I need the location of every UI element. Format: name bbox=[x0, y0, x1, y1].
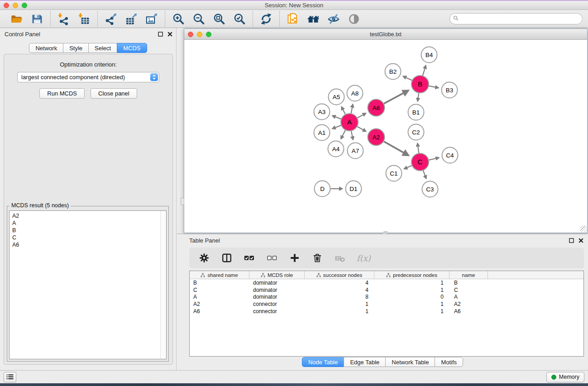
search-input[interactable] bbox=[461, 14, 582, 24]
result-item-A6[interactable]: A6 bbox=[12, 241, 166, 248]
cell-name[interactable]: A2 bbox=[449, 300, 488, 308]
tab-motifs[interactable]: Motifs bbox=[435, 357, 463, 367]
result-item-C[interactable]: C bbox=[12, 234, 166, 241]
tab-network-table[interactable]: Network Table bbox=[385, 357, 435, 367]
open-folder-icon[interactable] bbox=[10, 12, 24, 26]
cell-name[interactable]: B bbox=[449, 279, 488, 286]
column-header-name[interactable]: name bbox=[449, 271, 488, 279]
edge-B-B1[interactable] bbox=[418, 93, 419, 101]
node-C2[interactable]: C2 bbox=[408, 124, 424, 140]
node-C[interactable]: C bbox=[411, 153, 429, 171]
panel-list-button[interactable] bbox=[4, 372, 16, 382]
open-ndex-icon[interactable] bbox=[286, 12, 300, 26]
node-A5[interactable]: A5 bbox=[329, 89, 344, 105]
edge-A-A7[interactable] bbox=[351, 131, 353, 140]
export-network-icon[interactable] bbox=[104, 12, 118, 26]
tab-select[interactable]: Select bbox=[88, 43, 117, 53]
cell-successor-nodes[interactable]: 4 bbox=[305, 286, 374, 294]
hide-details-icon[interactable] bbox=[327, 12, 340, 26]
refresh-icon[interactable] bbox=[259, 12, 273, 26]
node-C3[interactable]: C3 bbox=[422, 181, 438, 197]
cell-successor-nodes[interactable]: 1 bbox=[305, 308, 374, 315]
close-window-button[interactable] bbox=[4, 3, 9, 8]
column-header-mcds-role[interactable]: MCDS role bbox=[249, 271, 305, 279]
zoom-window-button[interactable] bbox=[22, 3, 27, 8]
home-icon[interactable] bbox=[306, 12, 320, 26]
cell-predecessor-nodes[interactable]: 1 bbox=[374, 279, 449, 286]
tab-edge-table[interactable]: Edge Table bbox=[344, 357, 386, 367]
result-list-scrollbar[interactable] bbox=[160, 211, 166, 359]
node-B1[interactable]: B1 bbox=[408, 105, 424, 120]
edge-A-A2[interactable] bbox=[358, 127, 366, 132]
network-graph[interactable]: B4B2BB3A8A5A6A3B1AC2A1A2A4A7C4CC1DD1C3 bbox=[184, 40, 587, 232]
edge-B-B2[interactable] bbox=[403, 76, 412, 81]
save-session-icon[interactable] bbox=[30, 12, 44, 26]
criterion-dropdown[interactable]: largest connected component (directed) bbox=[17, 72, 159, 82]
edge-A2-C[interactable] bbox=[384, 142, 408, 156]
select-all-icon[interactable] bbox=[244, 252, 255, 264]
float-panel-icon[interactable] bbox=[158, 32, 163, 37]
network-minimize-button[interactable] bbox=[197, 32, 202, 37]
cell-predecessor-nodes[interactable]: 1 bbox=[374, 308, 449, 315]
cell-name[interactable]: C bbox=[449, 286, 488, 294]
node-D1[interactable]: D1 bbox=[346, 181, 362, 197]
tab-network[interactable]: Network bbox=[29, 43, 63, 53]
node-A8[interactable]: A8 bbox=[347, 86, 363, 101]
show-details-icon[interactable] bbox=[347, 12, 361, 26]
cell-successor-nodes[interactable]: 4 bbox=[305, 279, 374, 286]
zoom-out-icon[interactable] bbox=[192, 12, 206, 26]
table-row-B[interactable]: Bdominator41B bbox=[190, 279, 583, 286]
edge-B-B4[interactable] bbox=[423, 66, 426, 76]
node-B3[interactable]: B3 bbox=[442, 82, 458, 98]
columns-icon[interactable] bbox=[221, 252, 233, 264]
network-left-scrollbar[interactable] bbox=[181, 198, 184, 205]
node-C1[interactable]: C1 bbox=[386, 166, 402, 181]
column-header-successor-nodes[interactable]: successor nodes bbox=[305, 271, 374, 279]
tab-mcds[interactable]: MCDS bbox=[117, 43, 147, 53]
import-network-icon[interactable] bbox=[57, 12, 71, 26]
cell-name[interactable]: A6 bbox=[449, 308, 488, 315]
delete-column-icon[interactable] bbox=[311, 252, 323, 264]
edge-A-A1[interactable] bbox=[332, 125, 341, 129]
dropdown-stepper-icon[interactable] bbox=[150, 73, 158, 81]
column-header-predecessor-nodes[interactable]: predecessor nodes bbox=[374, 271, 449, 279]
edge-A-A4[interactable] bbox=[341, 130, 345, 139]
zoom-in-icon[interactable] bbox=[172, 12, 185, 26]
result-item-A[interactable]: A bbox=[12, 219, 166, 227]
cell-predecessor-nodes[interactable]: 1 bbox=[374, 300, 449, 308]
minimize-window-button[interactable] bbox=[13, 3, 18, 8]
column-header-shared-name[interactable]: shared name bbox=[190, 271, 249, 279]
table-row-A6[interactable]: A6connector11A6 bbox=[190, 308, 583, 315]
node-D[interactable]: D bbox=[315, 181, 330, 197]
edge-A-A3[interactable] bbox=[332, 116, 341, 119]
node-A2[interactable]: A2 bbox=[368, 129, 385, 146]
node-A[interactable]: A bbox=[341, 114, 358, 131]
cell-predecessor-nodes[interactable]: 0 bbox=[374, 293, 449, 300]
cell-shared-name[interactable]: A6 bbox=[190, 308, 249, 315]
network-canvas[interactable]: B4B2BB3A8A5A6A3B1AC2A1A2A4A7C4CC1DD1C3 bbox=[184, 40, 587, 232]
node-A6[interactable]: A6 bbox=[368, 100, 385, 116]
node-C4[interactable]: C4 bbox=[442, 148, 458, 163]
edge-C-C3[interactable] bbox=[423, 171, 426, 179]
node-B[interactable]: B bbox=[411, 76, 429, 93]
node-A3[interactable]: A3 bbox=[314, 104, 330, 120]
node-B2[interactable]: B2 bbox=[385, 64, 401, 80]
unselect-all-icon[interactable] bbox=[266, 252, 278, 264]
node-B4[interactable]: B4 bbox=[421, 47, 437, 63]
add-column-icon[interactable] bbox=[289, 252, 301, 264]
network-resize-grip[interactable] bbox=[580, 226, 587, 232]
edge-A-A5[interactable] bbox=[342, 107, 345, 114]
table-row-A[interactable]: Adominator80A bbox=[190, 293, 583, 300]
cell-shared-name[interactable]: A2 bbox=[190, 300, 249, 308]
cell-predecessor-nodes[interactable]: 1 bbox=[374, 286, 449, 294]
close-panel-button[interactable]: Close panel bbox=[91, 88, 137, 99]
network-zoom-button[interactable] bbox=[206, 32, 211, 37]
cell-mcds-role[interactable]: dominator bbox=[249, 286, 305, 294]
zoom-fit-icon[interactable] bbox=[212, 12, 226, 26]
result-item-B[interactable]: B bbox=[12, 227, 166, 234]
tab-node-table[interactable]: Node Table bbox=[302, 357, 344, 367]
close-panel-icon[interactable] bbox=[167, 32, 172, 37]
edge-C-C2[interactable] bbox=[417, 143, 419, 153]
export-image-icon[interactable] bbox=[145, 12, 158, 26]
result-item-A2[interactable]: A2 bbox=[12, 212, 166, 219]
